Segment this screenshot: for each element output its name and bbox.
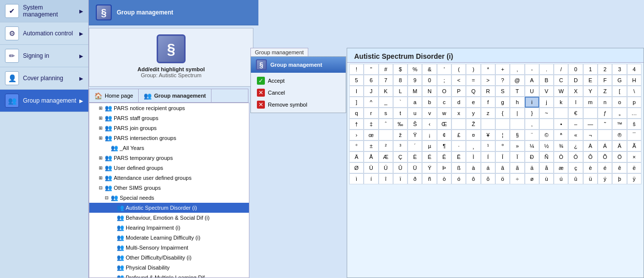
char-cell[interactable]: @ xyxy=(510,75,524,86)
char-cell[interactable]: Ô xyxy=(583,151,598,162)
char-cell[interactable]: A xyxy=(525,75,539,86)
char-cell[interactable]: ß xyxy=(451,162,466,173)
char-cell[interactable]: p xyxy=(627,97,642,108)
top-menu-group-management[interactable]: § Group management xyxy=(89,0,258,25)
char-cell[interactable]: ¹ xyxy=(481,140,495,151)
expander-icon[interactable]: ⊞ xyxy=(97,165,104,170)
tree-item-physical-disability[interactable]: 👥 Physical Disability xyxy=(89,263,249,273)
char-cell[interactable]: 0 xyxy=(568,64,583,75)
tree-item-attendance-user-defined[interactable]: ⊞ 👥 Attendance user defined groups xyxy=(89,173,249,183)
char-cell[interactable]: v xyxy=(422,108,436,119)
expander-icon[interactable]: ⊞ xyxy=(97,126,104,131)
expander-icon[interactable]: ⊟ xyxy=(97,185,104,190)
char-cell[interactable]: Ž xyxy=(466,119,480,130)
char-cell[interactable]: Î xyxy=(495,151,510,162)
char-cell[interactable]: ‹ xyxy=(422,119,436,130)
sidebar-item-group-management[interactable]: 👥 Group management ▶ xyxy=(0,90,88,112)
char-cell[interactable] xyxy=(379,130,393,140)
char-cell[interactable]: ¶ xyxy=(437,140,451,151)
char-cell[interactable]: ª xyxy=(554,130,568,140)
char-cell[interactable]: Û xyxy=(393,162,408,173)
char-cell[interactable]: { xyxy=(495,108,510,119)
char-cell[interactable]: . xyxy=(539,64,554,75)
char-cell[interactable]: ç xyxy=(568,162,583,173)
char-cell[interactable]: G xyxy=(612,75,627,86)
char-cell[interactable]: F xyxy=(598,75,612,86)
char-cell[interactable]: ‡ xyxy=(364,119,378,130)
char-cell[interactable]: f xyxy=(481,97,495,108)
char-cell[interactable]: Ì xyxy=(466,151,480,162)
char-cell[interactable]: Ã xyxy=(627,140,642,151)
char-cell[interactable]: O xyxy=(437,86,451,97)
char-cell[interactable]: ¨ xyxy=(525,130,539,140)
char-cell[interactable]: 1 xyxy=(583,64,598,75)
char-cell[interactable]: î xyxy=(379,173,393,184)
char-cell[interactable]: ‰ xyxy=(393,119,408,130)
char-cell[interactable]: r xyxy=(364,108,378,119)
expander-icon[interactable]: ⊞ xyxy=(97,175,104,180)
char-cell[interactable] xyxy=(510,119,524,130)
char-cell[interactable]: ' xyxy=(437,64,451,75)
char-cell[interactable]: © xyxy=(539,130,554,140)
char-cell[interactable]: W xyxy=(554,86,568,97)
char-cell[interactable]: Þ xyxy=(437,162,451,173)
char-cell[interactable]: Š xyxy=(408,119,422,130)
char-cell[interactable]: " xyxy=(364,64,378,75)
char-cell[interactable]: $ xyxy=(393,64,408,75)
char-cell[interactable]: › xyxy=(349,130,364,140)
char-cell[interactable]: Õ xyxy=(598,151,612,162)
char-cell[interactable]: e xyxy=(466,97,480,108)
char-cell[interactable] xyxy=(539,119,554,130)
char-cell[interactable]: Ú xyxy=(379,162,393,173)
char-cell[interactable]: j xyxy=(539,97,554,108)
char-cell[interactable]: ) xyxy=(466,64,480,75)
char-cell[interactable]: Ñ xyxy=(539,151,554,162)
char-cell[interactable] xyxy=(554,108,568,119)
char-cell[interactable]: U xyxy=(525,86,539,97)
tree-item-all-years[interactable]: 👥 _All Years xyxy=(89,143,249,153)
char-cell[interactable]: ¸ xyxy=(466,140,480,151)
char-cell[interactable]: „ xyxy=(612,108,627,119)
char-cell[interactable]: o xyxy=(612,97,627,108)
tree-item-autistic-spectrum[interactable]: 👥 Autistic Spectrum Disorder (i) xyxy=(89,203,249,213)
sidebar-item-signing-in[interactable]: ✏ Signing in ▶ xyxy=(0,45,88,67)
char-cell[interactable]: g xyxy=(495,97,510,108)
char-cell[interactable]: d xyxy=(451,97,466,108)
char-cell[interactable]: š xyxy=(627,119,642,130)
char-cell[interactable]: ¬ xyxy=(583,130,598,140)
char-cell[interactable]: ] xyxy=(349,97,364,108)
char-cell[interactable]: I xyxy=(349,86,364,97)
char-cell[interactable] xyxy=(481,119,495,130)
char-cell[interactable]: B xyxy=(539,75,554,86)
char-cell[interactable]: Ù xyxy=(364,162,378,173)
char-cell[interactable]: ; xyxy=(437,75,451,86)
char-cell[interactable]: ( xyxy=(451,64,466,75)
char-cell[interactable]: Ï xyxy=(510,151,524,162)
char-cell[interactable]: ° xyxy=(349,140,364,151)
char-cell[interactable]: ­ xyxy=(598,130,612,140)
char-cell[interactable]: K xyxy=(379,86,393,97)
char-cell[interactable]: 2 xyxy=(598,64,612,75)
tree-item-hearing-impairment[interactable]: 👥 Hearing Impairment (i) xyxy=(89,223,249,233)
char-cell[interactable]: ÿ xyxy=(627,173,642,184)
char-cell[interactable]: i xyxy=(525,97,539,108)
char-cell[interactable]: > xyxy=(481,75,495,86)
char-cell[interactable]: ~ xyxy=(539,108,554,119)
char-cell[interactable]: % xyxy=(408,64,422,75)
char-cell[interactable]: N xyxy=(422,86,436,97)
char-cell[interactable]: µ xyxy=(422,140,436,151)
char-cell[interactable]: 6 xyxy=(364,75,378,86)
cancel-button[interactable]: ✕ Cancel xyxy=(251,87,346,99)
char-cell[interactable]: 7 xyxy=(379,75,393,86)
char-cell[interactable]: m xyxy=(583,97,598,108)
expander-icon[interactable]: ⊞ xyxy=(97,106,104,111)
char-cell[interactable]: - xyxy=(525,64,539,75)
char-cell[interactable]: ê xyxy=(612,162,627,173)
char-cell[interactable]: » xyxy=(510,140,524,151)
char-cell[interactable]: ä xyxy=(525,162,539,173)
char-cell[interactable]: á xyxy=(481,162,495,173)
tree-item-behaviour[interactable]: 👥 Behaviour, Emotion & Social Dif (i) xyxy=(89,213,249,223)
char-cell[interactable]: ® xyxy=(612,130,627,140)
char-cell[interactable]: ó xyxy=(451,173,466,184)
char-cell[interactable]: _ xyxy=(379,97,393,108)
